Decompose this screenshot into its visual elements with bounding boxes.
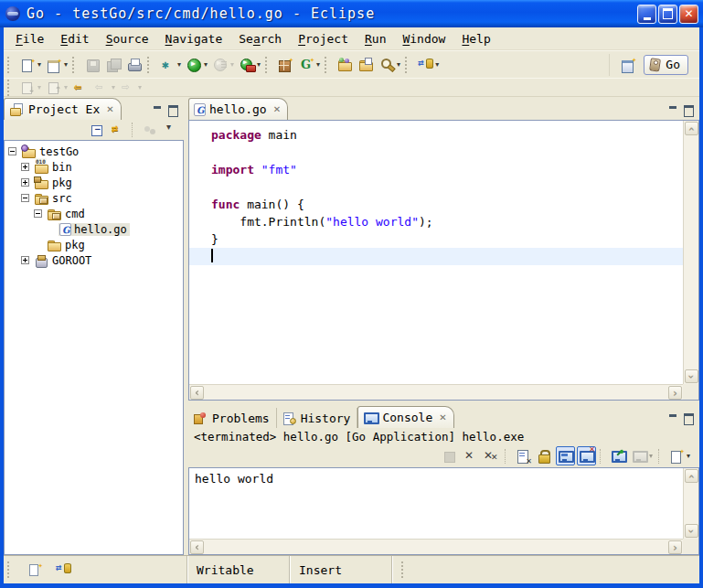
remove-all-launches-button[interactable] — [482, 446, 501, 465]
pin-console-button[interactable] — [609, 446, 628, 465]
project-tree: testGobinpkgsrccmdhello.gopkgGOROOT — [5, 141, 183, 268]
collapse-icon[interactable] — [8, 147, 16, 155]
menu-item-navigate[interactable]: Navigate — [157, 29, 231, 48]
open-type-button[interactable] — [335, 54, 356, 76]
search-icon — [379, 58, 395, 72]
last-edit-location-icon — [73, 80, 89, 95]
console-vertical-scrollbar[interactable] — [683, 468, 698, 539]
tree-item-testGo[interactable]: testGo — [5, 144, 183, 159]
collapse-all-button[interactable] — [88, 121, 107, 140]
new-go-project-button[interactable] — [275, 54, 296, 76]
minimize-view-button[interactable] — [666, 412, 679, 424]
close-icon[interactable]: ✕ — [439, 413, 446, 422]
new-go-element-button[interactable]: ▾ — [296, 54, 323, 76]
collapse-icon[interactable] — [34, 209, 42, 218]
new-view-wizard-icon — [47, 58, 62, 72]
scroll-up-icon[interactable] — [685, 122, 698, 135]
title-bar[interactable]: Go - testGo/src/cmd/hello.go - Eclipse — [0, 0, 703, 27]
console-body[interactable]: hello world — [188, 467, 699, 555]
tree-item-label: cmd — [65, 208, 85, 220]
maximize-button[interactable] — [658, 5, 677, 24]
external-tools-button[interactable]: ▾ — [237, 54, 263, 76]
status-trim — [4, 556, 187, 583]
tab-problems[interactable]: Problems — [188, 408, 277, 428]
show-stderr-button[interactable] — [577, 446, 596, 465]
maximize-view-button[interactable] — [166, 104, 180, 116]
menu-item-source[interactable]: Source — [98, 29, 157, 48]
expand-icon[interactable] — [21, 163, 29, 171]
new-go-element-icon — [299, 58, 314, 72]
tree-item-label: testGo — [39, 145, 79, 158]
db-refresh-button[interactable] — [54, 561, 73, 580]
menu-item-file[interactable]: File — [7, 29, 52, 48]
editor-body[interactable]: package mainimport "fmt"func main() { fm… — [188, 120, 699, 401]
scroll-lock-button[interactable] — [535, 446, 554, 465]
tree-item-cmd[interactable]: cmd — [5, 206, 183, 221]
tree-item-bin[interactable]: bin — [5, 159, 183, 175]
menu-item-run[interactable]: Run — [357, 29, 394, 48]
grip — [401, 561, 407, 578]
tab-console[interactable]: Console✕ — [357, 406, 453, 428]
expand-icon[interactable] — [21, 256, 29, 264]
fast-view-button[interactable] — [26, 561, 45, 580]
editor-horizontal-scrollbar[interactable] — [189, 384, 683, 400]
open-resource-button[interactable] — [356, 54, 377, 76]
src-folder-icon — [34, 191, 49, 206]
perspective-go-button[interactable]: Go — [644, 55, 688, 75]
run-button[interactable]: ▾ — [184, 54, 210, 76]
menu-item-search[interactable]: Search — [230, 29, 290, 48]
minimize-button[interactable] — [637, 5, 656, 24]
console-horizontal-scrollbar[interactable] — [189, 539, 683, 554]
tree-item-hello.go[interactable]: hello.go — [5, 221, 183, 237]
menu-item-project[interactable]: Project — [290, 29, 357, 48]
print-button[interactable] — [124, 54, 145, 76]
collapse-icon[interactable] — [21, 194, 29, 202]
maximize-view-button[interactable] — [682, 412, 696, 424]
minimize-view-button[interactable] — [666, 104, 679, 116]
menu-item-help[interactable]: Help — [453, 29, 498, 48]
tab-history[interactable]: History — [277, 408, 358, 428]
expand-icon[interactable] — [21, 178, 29, 187]
remove-launch-button[interactable] — [461, 446, 480, 465]
open-console-button[interactable]: ▾ — [667, 446, 692, 465]
toolbar-separator — [72, 57, 79, 73]
scroll-right-icon[interactable] — [668, 386, 682, 400]
db-refresh-button[interactable]: ▾ — [415, 54, 442, 76]
tree-item-GOROOT[interactable]: GOROOT — [5, 252, 183, 268]
link-with-editor-button[interactable] — [109, 121, 128, 140]
chevron-down-icon: ▾ — [257, 60, 261, 69]
menu-item-window[interactable]: Window — [394, 29, 453, 48]
tab-project-explorer[interactable]: Project Ex ✕ — [4, 98, 122, 120]
clear-console-button[interactable] — [514, 446, 533, 465]
debug-button[interactable]: ▾ — [157, 54, 184, 76]
close-icon[interactable]: ✕ — [106, 105, 113, 114]
menu-item-edit[interactable]: Edit — [52, 29, 97, 48]
minimize-view-button[interactable] — [150, 104, 164, 116]
editor-tab-label: hello.go — [209, 102, 267, 116]
tree-item-pkg[interactable]: pkg — [5, 175, 183, 190]
scroll-up-icon[interactable] — [685, 469, 698, 483]
close-button[interactable] — [679, 5, 698, 24]
editor-vertical-scrollbar[interactable] — [683, 121, 698, 384]
close-icon[interactable]: ✕ — [273, 105, 281, 114]
show-stdout-button[interactable] — [556, 446, 575, 465]
last-edit-location-button[interactable] — [70, 77, 91, 99]
new-view-wizard-button[interactable]: ▾ — [44, 54, 70, 76]
code-area[interactable]: package mainimport "fmt"func main() { fm… — [189, 121, 683, 384]
save-button — [82, 54, 103, 76]
new-wizard-button[interactable]: ▾ — [17, 54, 44, 76]
maximize-view-button[interactable] — [682, 104, 696, 116]
db-refresh-icon — [418, 58, 433, 72]
tree-item-pkg[interactable]: pkg — [5, 237, 183, 252]
scroll-left-icon[interactable] — [190, 540, 204, 554]
open-perspective-button[interactable] — [618, 54, 639, 76]
view-menu-button[interactable] — [162, 121, 181, 140]
chevron-down-icon: ▾ — [435, 60, 439, 69]
search-button[interactable]: ▾ — [377, 54, 403, 76]
scroll-right-icon[interactable] — [668, 540, 682, 554]
tab-hello-go[interactable]: hello.go ✕ — [188, 98, 288, 120]
tree-item-src[interactable]: src — [5, 190, 183, 206]
scroll-down-icon[interactable] — [685, 524, 698, 538]
scroll-left-icon[interactable] — [190, 386, 204, 400]
scroll-down-icon[interactable] — [685, 369, 698, 383]
